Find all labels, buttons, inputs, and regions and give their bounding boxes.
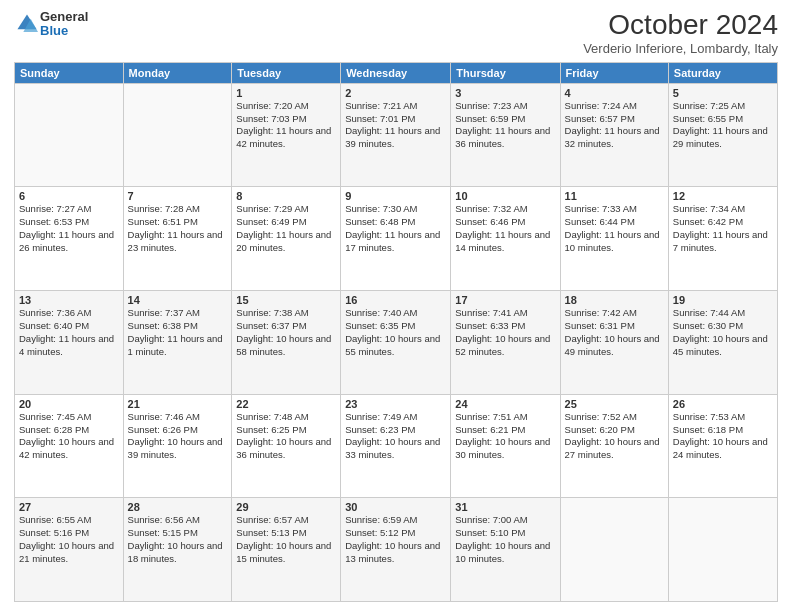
day-number-3-1: 21 bbox=[128, 398, 228, 410]
cell-3-1: 21Sunrise: 7:46 AM Sunset: 6:26 PM Dayli… bbox=[123, 394, 232, 498]
header-thursday: Thursday bbox=[451, 62, 560, 83]
cell-3-2: 22Sunrise: 7:48 AM Sunset: 6:25 PM Dayli… bbox=[232, 394, 341, 498]
cell-0-4: 3Sunrise: 7:23 AM Sunset: 6:59 PM Daylig… bbox=[451, 83, 560, 187]
day-number-4-4: 31 bbox=[455, 501, 555, 513]
day-info-1-2: Sunrise: 7:29 AM Sunset: 6:49 PM Dayligh… bbox=[236, 203, 336, 254]
day-info-4-1: Sunrise: 6:56 AM Sunset: 5:15 PM Dayligh… bbox=[128, 514, 228, 565]
cell-0-6: 5Sunrise: 7:25 AM Sunset: 6:55 PM Daylig… bbox=[668, 83, 777, 187]
day-info-4-3: Sunrise: 6:59 AM Sunset: 5:12 PM Dayligh… bbox=[345, 514, 446, 565]
cell-2-2: 15Sunrise: 7:38 AM Sunset: 6:37 PM Dayli… bbox=[232, 291, 341, 395]
cell-2-0: 13Sunrise: 7:36 AM Sunset: 6:40 PM Dayli… bbox=[15, 291, 124, 395]
day-number-2-5: 18 bbox=[565, 294, 664, 306]
day-info-0-3: Sunrise: 7:21 AM Sunset: 7:01 PM Dayligh… bbox=[345, 100, 446, 151]
header-saturday: Saturday bbox=[668, 62, 777, 83]
cell-1-3: 9Sunrise: 7:30 AM Sunset: 6:48 PM Daylig… bbox=[341, 187, 451, 291]
day-info-2-4: Sunrise: 7:41 AM Sunset: 6:33 PM Dayligh… bbox=[455, 307, 555, 358]
week-row-2: 13Sunrise: 7:36 AM Sunset: 6:40 PM Dayli… bbox=[15, 291, 778, 395]
header-friday: Friday bbox=[560, 62, 668, 83]
day-info-3-5: Sunrise: 7:52 AM Sunset: 6:20 PM Dayligh… bbox=[565, 411, 664, 462]
day-info-4-4: Sunrise: 7:00 AM Sunset: 5:10 PM Dayligh… bbox=[455, 514, 555, 565]
day-number-0-5: 4 bbox=[565, 87, 664, 99]
calendar-header: Sunday Monday Tuesday Wednesday Thursday… bbox=[15, 62, 778, 83]
day-number-0-2: 1 bbox=[236, 87, 336, 99]
logo: General Blue bbox=[14, 10, 88, 39]
cell-1-4: 10Sunrise: 7:32 AM Sunset: 6:46 PM Dayli… bbox=[451, 187, 560, 291]
day-number-1-2: 8 bbox=[236, 190, 336, 202]
day-number-4-0: 27 bbox=[19, 501, 119, 513]
day-number-3-2: 22 bbox=[236, 398, 336, 410]
cell-1-1: 7Sunrise: 7:28 AM Sunset: 6:51 PM Daylig… bbox=[123, 187, 232, 291]
calendar-table: Sunday Monday Tuesday Wednesday Thursday… bbox=[14, 62, 778, 602]
day-info-3-1: Sunrise: 7:46 AM Sunset: 6:26 PM Dayligh… bbox=[128, 411, 228, 462]
day-info-3-2: Sunrise: 7:48 AM Sunset: 6:25 PM Dayligh… bbox=[236, 411, 336, 462]
day-info-1-3: Sunrise: 7:30 AM Sunset: 6:48 PM Dayligh… bbox=[345, 203, 446, 254]
cell-0-1 bbox=[123, 83, 232, 187]
cell-4-5 bbox=[560, 498, 668, 602]
day-number-1-3: 9 bbox=[345, 190, 446, 202]
week-row-0: 1Sunrise: 7:20 AM Sunset: 7:03 PM Daylig… bbox=[15, 83, 778, 187]
day-number-0-3: 2 bbox=[345, 87, 446, 99]
day-number-3-3: 23 bbox=[345, 398, 446, 410]
day-info-2-2: Sunrise: 7:38 AM Sunset: 6:37 PM Dayligh… bbox=[236, 307, 336, 358]
header-tuesday: Tuesday bbox=[232, 62, 341, 83]
day-info-4-0: Sunrise: 6:55 AM Sunset: 5:16 PM Dayligh… bbox=[19, 514, 119, 565]
day-number-3-6: 26 bbox=[673, 398, 773, 410]
day-info-0-2: Sunrise: 7:20 AM Sunset: 7:03 PM Dayligh… bbox=[236, 100, 336, 151]
day-info-3-0: Sunrise: 7:45 AM Sunset: 6:28 PM Dayligh… bbox=[19, 411, 119, 462]
day-number-4-1: 28 bbox=[128, 501, 228, 513]
cell-3-4: 24Sunrise: 7:51 AM Sunset: 6:21 PM Dayli… bbox=[451, 394, 560, 498]
day-number-3-5: 25 bbox=[565, 398, 664, 410]
cell-2-4: 17Sunrise: 7:41 AM Sunset: 6:33 PM Dayli… bbox=[451, 291, 560, 395]
day-number-1-5: 11 bbox=[565, 190, 664, 202]
day-number-3-0: 20 bbox=[19, 398, 119, 410]
logo-general: General bbox=[40, 10, 88, 24]
subtitle: Verderio Inferiore, Lombardy, Italy bbox=[583, 41, 778, 56]
cell-2-6: 19Sunrise: 7:44 AM Sunset: 6:30 PM Dayli… bbox=[668, 291, 777, 395]
day-number-4-2: 29 bbox=[236, 501, 336, 513]
day-info-2-3: Sunrise: 7:40 AM Sunset: 6:35 PM Dayligh… bbox=[345, 307, 446, 358]
logo-icon bbox=[16, 13, 38, 35]
day-info-2-0: Sunrise: 7:36 AM Sunset: 6:40 PM Dayligh… bbox=[19, 307, 119, 358]
week-row-1: 6Sunrise: 7:27 AM Sunset: 6:53 PM Daylig… bbox=[15, 187, 778, 291]
day-info-2-5: Sunrise: 7:42 AM Sunset: 6:31 PM Dayligh… bbox=[565, 307, 664, 358]
day-info-2-6: Sunrise: 7:44 AM Sunset: 6:30 PM Dayligh… bbox=[673, 307, 773, 358]
logo-text: General Blue bbox=[40, 10, 88, 39]
day-number-1-4: 10 bbox=[455, 190, 555, 202]
day-info-4-2: Sunrise: 6:57 AM Sunset: 5:13 PM Dayligh… bbox=[236, 514, 336, 565]
day-info-3-3: Sunrise: 7:49 AM Sunset: 6:23 PM Dayligh… bbox=[345, 411, 446, 462]
day-number-2-3: 16 bbox=[345, 294, 446, 306]
week-row-4: 27Sunrise: 6:55 AM Sunset: 5:16 PM Dayli… bbox=[15, 498, 778, 602]
cell-1-0: 6Sunrise: 7:27 AM Sunset: 6:53 PM Daylig… bbox=[15, 187, 124, 291]
day-info-0-5: Sunrise: 7:24 AM Sunset: 6:57 PM Dayligh… bbox=[565, 100, 664, 151]
day-info-1-5: Sunrise: 7:33 AM Sunset: 6:44 PM Dayligh… bbox=[565, 203, 664, 254]
main-title: October 2024 bbox=[583, 10, 778, 41]
day-number-1-0: 6 bbox=[19, 190, 119, 202]
day-number-2-6: 19 bbox=[673, 294, 773, 306]
day-info-0-4: Sunrise: 7:23 AM Sunset: 6:59 PM Dayligh… bbox=[455, 100, 555, 151]
day-info-1-4: Sunrise: 7:32 AM Sunset: 6:46 PM Dayligh… bbox=[455, 203, 555, 254]
cell-4-0: 27Sunrise: 6:55 AM Sunset: 5:16 PM Dayli… bbox=[15, 498, 124, 602]
day-number-0-6: 5 bbox=[673, 87, 773, 99]
cell-2-1: 14Sunrise: 7:37 AM Sunset: 6:38 PM Dayli… bbox=[123, 291, 232, 395]
day-number-2-2: 15 bbox=[236, 294, 336, 306]
day-info-0-6: Sunrise: 7:25 AM Sunset: 6:55 PM Dayligh… bbox=[673, 100, 773, 151]
cell-3-5: 25Sunrise: 7:52 AM Sunset: 6:20 PM Dayli… bbox=[560, 394, 668, 498]
day-info-3-6: Sunrise: 7:53 AM Sunset: 6:18 PM Dayligh… bbox=[673, 411, 773, 462]
header-sunday: Sunday bbox=[15, 62, 124, 83]
cell-2-5: 18Sunrise: 7:42 AM Sunset: 6:31 PM Dayli… bbox=[560, 291, 668, 395]
header-row: Sunday Monday Tuesday Wednesday Thursday… bbox=[15, 62, 778, 83]
header-wednesday: Wednesday bbox=[341, 62, 451, 83]
cell-1-2: 8Sunrise: 7:29 AM Sunset: 6:49 PM Daylig… bbox=[232, 187, 341, 291]
logo-blue: Blue bbox=[40, 24, 88, 38]
day-number-2-4: 17 bbox=[455, 294, 555, 306]
cell-3-0: 20Sunrise: 7:45 AM Sunset: 6:28 PM Dayli… bbox=[15, 394, 124, 498]
cell-4-2: 29Sunrise: 6:57 AM Sunset: 5:13 PM Dayli… bbox=[232, 498, 341, 602]
day-number-1-1: 7 bbox=[128, 190, 228, 202]
cell-2-3: 16Sunrise: 7:40 AM Sunset: 6:35 PM Dayli… bbox=[341, 291, 451, 395]
page: General Blue October 2024 Verderio Infer… bbox=[0, 0, 792, 612]
cell-0-0 bbox=[15, 83, 124, 187]
cell-4-6 bbox=[668, 498, 777, 602]
day-info-1-0: Sunrise: 7:27 AM Sunset: 6:53 PM Dayligh… bbox=[19, 203, 119, 254]
day-info-3-4: Sunrise: 7:51 AM Sunset: 6:21 PM Dayligh… bbox=[455, 411, 555, 462]
day-number-2-0: 13 bbox=[19, 294, 119, 306]
